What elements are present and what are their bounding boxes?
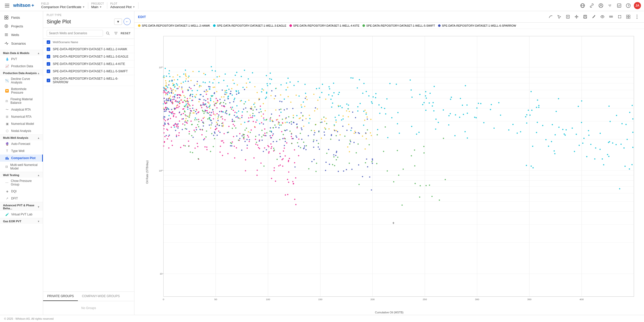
sidebar-item-bottomhole[interactable]: 🔽 Bottomhole Pressure [0, 86, 43, 96]
tab-company-groups[interactable]: COMPANY-WIDE GROUPS [78, 292, 124, 301]
checkbox-icon[interactable] [616, 2, 623, 9]
svg-point-501 [308, 122, 309, 124]
svg-point-1107 [276, 141, 277, 142]
well-row[interactable]: ✓ SPE-DATA-REPOSITORY-DATASET-1-WELL-5-S… [43, 68, 134, 75]
well-1-checkbox[interactable]: ✓ [47, 47, 50, 51]
well-row[interactable]: ✓ SPE-DATA-REPOSITORY-DATASET-1-WELL-2-H… [43, 46, 134, 53]
svg-point-1020 [280, 109, 282, 110]
plot-dropdown-icon[interactable]: ▼ [133, 6, 135, 8]
svg-point-569 [169, 80, 170, 82]
tool-select[interactable] [556, 13, 563, 20]
search-button[interactable] [105, 30, 111, 37]
sidebar-item-numerical-model[interactable]: ▣ Numerical Model [0, 120, 43, 127]
project-dropdown-icon[interactable]: ▼ [99, 6, 102, 8]
svg-point-1240 [189, 87, 190, 88]
svg-point-1058 [325, 128, 326, 130]
chart-container[interactable]: Oil Rate (STB/day) Cumulative Oil (MSTB)… [134, 29, 644, 315]
sidebar-item-multi-well-numerical[interactable]: ⊟ Multi-well Numerical Model [0, 162, 43, 172]
edit-button[interactable]: EDIT [138, 15, 146, 19]
svg-point-635 [222, 155, 223, 156]
well-row[interactable]: ✓ SPE-DATA-REPOSITORY-DATASET-1-WELL-6-S… [43, 75, 134, 86]
section-well-testing[interactable]: Well Testing ▲ [0, 172, 43, 178]
hamburger-button[interactable] [3, 2, 11, 10]
sidebar-item-dfit[interactable]: ↗ DFIT [0, 195, 43, 202]
svg-point-432 [545, 139, 547, 140]
sidebar-item-analytical-rta[interactable]: 〜 Analytical RTA [0, 106, 43, 113]
sidebar-item-nodal-analysis[interactable]: ⬡ Nodal Analysis [0, 127, 43, 134]
svg-point-980 [195, 131, 196, 132]
sidebar-item-chow-pressure[interactable]: ⋯ Chow Pressure Group [0, 178, 43, 188]
user-circle-icon[interactable] [597, 2, 604, 9]
sidebar-item-comparison-plot[interactable]: Comparison Plot [0, 155, 43, 162]
svg-point-1161 [372, 159, 373, 161]
sidebar-item-projects[interactable]: Projects [0, 22, 43, 30]
section-gas-eor[interactable]: Gas EOR PVT ▼ [0, 218, 43, 224]
svg-point-1279 [247, 145, 248, 146]
sidebar-item-scenarios[interactable]: Scenarios [0, 39, 43, 48]
tool-more[interactable]: ⋮ [633, 13, 640, 20]
filter-button[interactable] [113, 30, 119, 37]
logo[interactable]: whitson+ [13, 3, 34, 8]
back-button[interactable]: ← [124, 18, 131, 25]
sidebar-item-decline-curve[interactable]: 📉 Decline Curve Analysis [0, 76, 43, 86]
breadcrumb-project[interactable]: Project Main ▼ [88, 2, 107, 9]
svg-point-1305 [324, 134, 325, 136]
sidebar-item-virtual-pvt-lab[interactable]: 🧪 Virtual PVT Lab [0, 211, 43, 218]
help-icon[interactable]: ? [625, 2, 632, 9]
plot-type-dropdown[interactable]: ▼ [114, 19, 122, 25]
sidebar-item-dqi[interactable]: ◈ DQI [0, 188, 43, 195]
well-5-checkbox[interactable]: ✓ [47, 79, 50, 82]
well-4-checkbox[interactable]: ✓ [47, 70, 50, 73]
svg-point-685 [230, 107, 231, 108]
sidebar-item-type-well[interactable]: T Type Well [0, 147, 43, 155]
svg-point-137 [295, 95, 297, 96]
search-input[interactable] [47, 30, 103, 37]
breadcrumb-field[interactable]: Field Comparison Plot Certificate ▼ [38, 2, 88, 9]
tool-expand[interactable] [616, 13, 623, 20]
sidebar-item-numerical-rta[interactable]: ⊞ Numerical RTA [0, 113, 43, 120]
tool-box[interactable] [607, 13, 615, 20]
field-dropdown-icon[interactable]: ▼ [82, 6, 85, 8]
svg-point-546 [260, 109, 261, 110]
link-icon[interactable] [588, 2, 595, 9]
svg-point-579 [480, 103, 481, 104]
well-3-checkbox[interactable]: ✓ [47, 62, 50, 66]
section-advanced-pvt[interactable]: Advanced PVT & Phase Beha... ▼ [0, 202, 43, 211]
svg-point-821 [179, 106, 180, 107]
well-row[interactable]: ✓ SPE-DATA-REPOSITORY-DATASET-1-WELL-4-K… [43, 60, 134, 68]
svg-point-715 [252, 117, 253, 118]
breadcrumb-plot[interactable]: Plot Advanced Plot ▼ [107, 2, 138, 9]
sidebar-item-auto-forecast[interactable]: 🔮 Auto-Forecast [0, 140, 43, 147]
section-production-analysis[interactable]: Production Data Analysis ▲ [0, 70, 43, 76]
well-2-checkbox[interactable]: ✓ [47, 55, 50, 58]
tool-grid[interactable] [625, 13, 632, 20]
svg-point-504 [305, 93, 306, 94]
svg-point-536 [467, 113, 468, 114]
section-main-data[interactable]: Main Data & Models ▲ [0, 50, 43, 56]
sidebar-item-fields[interactable]: Fields [0, 13, 43, 22]
tool-pan[interactable] [573, 13, 580, 20]
sidebar-item-production-data[interactable]: 📈 Production Data [0, 63, 43, 70]
tool-edit2[interactable] [590, 13, 597, 20]
well-row[interactable]: ✓ SPE-DATA-REPOSITORY-DATASET-1-WELL-3-E… [43, 53, 134, 60]
svg-point-901 [423, 152, 425, 154]
tab-private-groups[interactable]: PRIVATE GROUPS [43, 292, 78, 301]
select-all-checkbox[interactable]: ✓ [47, 40, 50, 44]
svg-point-518 [450, 113, 451, 114]
tool-save[interactable] [582, 13, 589, 20]
globe-icon[interactable] [579, 2, 586, 9]
svg-point-305 [357, 110, 358, 112]
temperature-icon[interactable]: °F [606, 2, 614, 9]
user-avatar-icon[interactable]: JA [634, 2, 641, 9]
reset-button[interactable]: RESET [121, 32, 131, 35]
tool-eye[interactable] [599, 13, 606, 20]
tool-curve[interactable] [547, 13, 554, 20]
sidebar-item-pvt[interactable]: 💧 PVT [0, 56, 43, 63]
section-multi-well[interactable]: Multi-Well Analysis ▲ [0, 134, 43, 140]
svg-point-912 [223, 102, 224, 103]
chart-svg[interactable]: 0501001502002503003504001010²10³+ [150, 33, 639, 305]
tool-rect-zoom[interactable] [564, 13, 571, 20]
sidebar-item-wells[interactable]: Wells [0, 30, 43, 39]
sidebar-item-flowing-material[interactable]: ⚖ Flowing Material Balance [0, 96, 43, 106]
svg-point-1245 [325, 162, 327, 163]
